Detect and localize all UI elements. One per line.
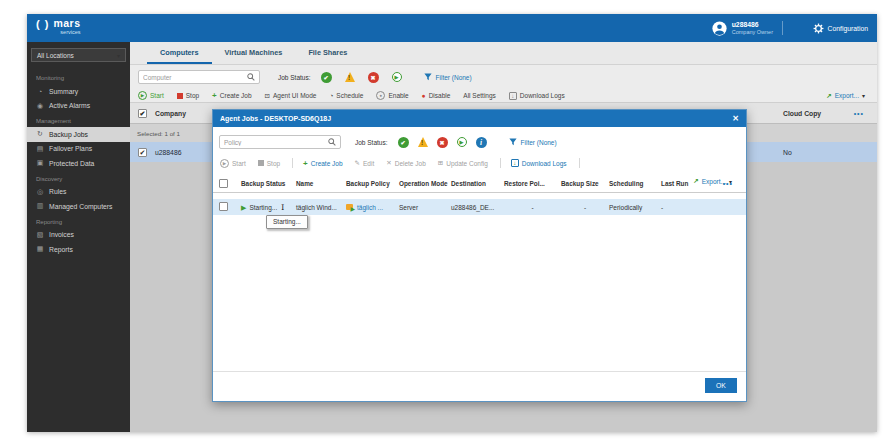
- disable-button[interactable]: ● Disable: [422, 92, 451, 99]
- pencil-icon: ✎: [355, 159, 360, 167]
- sidebar-item-invoices[interactable]: ▧ Invoices: [27, 228, 130, 243]
- rules-icon: ◎: [36, 188, 44, 196]
- create-job-button[interactable]: + Create Job: [212, 91, 251, 100]
- backup-jobs-icon: ↻: [36, 130, 44, 138]
- status-running-icon[interactable]: ▶: [457, 137, 467, 147]
- job-status-filter-icons: ✔ ✖ ▶ i: [398, 137, 487, 148]
- tab-computers[interactable]: Computers: [147, 42, 212, 64]
- update-config-icon: ⊞: [438, 159, 443, 167]
- update-config-button[interactable]: ⊞ Update Config: [438, 159, 488, 167]
- location-selector[interactable]: All Locations: [31, 48, 126, 62]
- filter-button[interactable]: Filter (None): [509, 138, 557, 146]
- select-all-checkbox[interactable]: [219, 179, 228, 188]
- last-run-cell: -: [661, 204, 719, 211]
- row-checkbox[interactable]: [219, 202, 228, 211]
- computers-filter-row: Job Status: ✔ ✖ ▶ Filter (None): [130, 65, 877, 89]
- sidebar-section-management: Management: [27, 113, 130, 127]
- download-logs-button[interactable]: ↓ Download Logs: [509, 92, 565, 100]
- enable-button[interactable]: ● Enable: [376, 91, 408, 100]
- sidebar-item-managed-computers[interactable]: ▥ Managed Computers: [27, 199, 130, 214]
- computer-search-input[interactable]: [143, 74, 247, 81]
- more-columns-icon[interactable]: [854, 110, 864, 117]
- toolbar-separator: [500, 158, 501, 168]
- export-button[interactable]: ↗ Export...: [826, 89, 865, 102]
- column-company: Company: [155, 110, 186, 117]
- create-job-button[interactable]: + Create Job: [303, 159, 342, 168]
- all-settings-button[interactable]: All Settings: [463, 92, 496, 99]
- edit-job-button[interactable]: ✎ Edit: [355, 159, 375, 167]
- sidebar-item-label: Managed Computers: [49, 203, 112, 210]
- sidebar-item-active-alarms[interactable]: ◉ Active Alarms: [27, 99, 130, 114]
- window-icon: ⊡: [265, 92, 270, 100]
- configuration-button[interactable]: Configuration: [813, 14, 868, 42]
- play-icon: ▶: [138, 91, 147, 100]
- filter-button[interactable]: Filter (None): [424, 73, 472, 81]
- ok-button[interactable]: OK: [705, 378, 737, 393]
- filter-label: Filter (None): [436, 74, 472, 81]
- sidebar-item-summary[interactable]: ◔ Summary: [27, 84, 130, 99]
- policy-icon: ▶: [346, 203, 354, 211]
- funnel-icon: [424, 73, 432, 81]
- alarm-icon: ◉: [36, 102, 44, 110]
- stop-button[interactable]: Stop: [177, 92, 199, 99]
- user-name: u288486: [732, 21, 773, 29]
- column-name: Name: [296, 180, 346, 187]
- status-failed-icon[interactable]: ✖: [368, 72, 379, 83]
- job-status-filter-icons: ✔ ✖ ▶: [321, 72, 402, 83]
- dialog-title-bar: Agent Jobs - DESKTOP-SD6Q18J ✕: [213, 110, 746, 127]
- download-logs-button[interactable]: ↓ Download Logs: [511, 159, 567, 167]
- policy-search-box: [219, 135, 341, 149]
- sidebar-item-label: Reports: [49, 246, 73, 253]
- column-backup-size: Backup Size: [561, 180, 609, 187]
- lock-icon: ▣: [36, 159, 44, 167]
- status-failed-icon[interactable]: ✖: [437, 137, 448, 148]
- dialog-title: Agent Jobs - DESKTOP-SD6Q18J: [220, 115, 331, 122]
- sidebar-item-backup-jobs[interactable]: ↻ Backup Jobs: [27, 127, 130, 142]
- logo-subtitle: services: [60, 29, 80, 36]
- tab-virtual-machines[interactable]: Virtual Machines: [212, 42, 296, 64]
- sidebar-item-reports[interactable]: ▦ Reports: [27, 242, 130, 257]
- start-button[interactable]: ▶ Start: [138, 91, 164, 100]
- select-all-checkbox[interactable]: [138, 109, 147, 118]
- computer-search-box: [138, 70, 260, 84]
- chevron-down-icon: [117, 52, 120, 59]
- enable-icon: ●: [376, 91, 385, 100]
- stop-icon: [177, 93, 183, 99]
- agent-ui-mode-button[interactable]: ⊡ Agent UI Mode: [265, 92, 317, 100]
- sidebar-item-label: Invoices: [49, 231, 74, 238]
- job-table-row[interactable]: ▶ Starting... I täglich Wind... ▶ täglic…: [213, 199, 746, 215]
- sidebar-section-reporting: Reporting: [27, 214, 130, 228]
- text-cursor: I: [281, 203, 284, 212]
- status-warning-icon[interactable]: [418, 137, 428, 147]
- close-icon[interactable]: ✕: [732, 114, 739, 123]
- status-warning-icon[interactable]: [345, 72, 355, 82]
- delete-job-button[interactable]: ✕ Delete Job: [386, 159, 426, 167]
- sidebar-item-rules[interactable]: ◎ Rules: [27, 185, 130, 200]
- clock-icon: ◔: [329, 92, 333, 99]
- stop-job-button[interactable]: Stop: [258, 160, 280, 167]
- restore-points-cell: -: [504, 204, 561, 211]
- start-job-button[interactable]: ▶ Start: [220, 159, 246, 168]
- backup-policy-link[interactable]: täglich ...: [357, 204, 383, 211]
- policy-search-input[interactable]: [224, 139, 328, 146]
- invoice-icon: ▧: [36, 231, 44, 239]
- user-menu[interactable]: u288486 Company Owner: [712, 14, 773, 42]
- status-success-icon[interactable]: ✔: [321, 72, 332, 83]
- status-success-icon[interactable]: ✔: [398, 137, 409, 148]
- cloud-copy-cell: No: [783, 149, 792, 156]
- sidebar-item-label: Backup Jobs: [49, 131, 88, 138]
- sidebar-item-protected-data[interactable]: ▣ Protected Data: [27, 156, 130, 171]
- export-arrow-icon: ↗: [826, 92, 831, 100]
- status-tooltip: Starting...: [266, 215, 308, 229]
- row-checkbox[interactable]: [138, 148, 147, 157]
- status-info-icon[interactable]: i: [476, 137, 487, 148]
- more-columns-icon[interactable]: [723, 180, 733, 187]
- backup-size-cell: -: [561, 204, 609, 211]
- schedule-button[interactable]: ◔ Schedule: [329, 92, 363, 99]
- column-cloud-copy: Cloud Copy: [783, 110, 821, 117]
- sidebar-item-failover-plans[interactable]: ▤ Failover Plans: [27, 142, 130, 157]
- tab-file-shares[interactable]: File Shares: [295, 42, 360, 64]
- status-running-icon[interactable]: ▶: [392, 72, 402, 82]
- failover-plans-icon: ▤: [36, 145, 44, 153]
- sidebar-item-label: Active Alarms: [49, 102, 90, 109]
